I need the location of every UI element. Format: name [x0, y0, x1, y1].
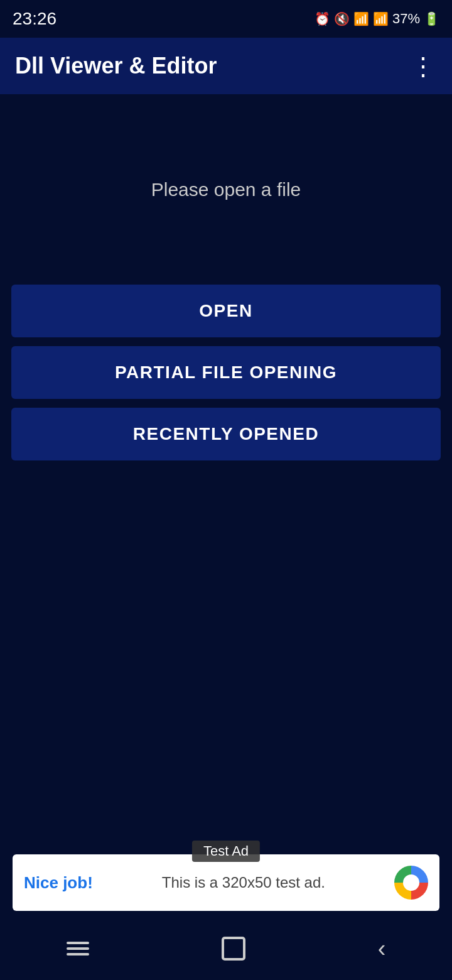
lower-empty-area [0, 473, 452, 854]
app-bar: Dll Viewer & Editor ⋮ [0, 38, 452, 94]
buttons-area: OPEN PARTIAL FILE OPENING RECENTLY OPENE… [0, 285, 452, 460]
battery-icon: 🔋 [424, 11, 439, 26]
status-bar: 23:26 ⏰ 🔇 📶 📶 37% 🔋 [0, 0, 452, 38]
open-button[interactable]: OPEN [11, 285, 441, 337]
ad-description-text: This is a 320x50 test ad. [93, 874, 394, 891]
signal-icon: 📶 [373, 11, 389, 26]
empty-area: Please open a file [0, 94, 452, 285]
nav-back-button[interactable]: ‹ [378, 935, 386, 962]
status-icons: ⏰ 🔇 📶 📶 37% 🔋 [315, 11, 439, 27]
ad-label: Test Ad [192, 841, 260, 862]
more-options-button[interactable]: ⋮ [411, 53, 437, 79]
nav-recents-button[interactable] [67, 942, 89, 956]
battery-text: 37% [392, 11, 420, 27]
recently-opened-button[interactable]: RECENTLY OPENED [11, 408, 441, 460]
wifi-icon: 📶 [353, 11, 369, 26]
nav-bar: ‹ [0, 923, 452, 980]
nav-home-button[interactable] [222, 937, 245, 961]
ad-nice-job-text: Nice job! [24, 873, 93, 893]
ad-banner: Test Ad Nice job! This is a 320x50 test … [13, 854, 439, 911]
alarm-icon: ⏰ [315, 11, 330, 26]
partial-file-opening-button[interactable]: PARTIAL FILE OPENING [11, 346, 441, 399]
app-title: Dll Viewer & Editor [15, 53, 217, 79]
ad-logo-icon [394, 866, 428, 900]
placeholder-text: Please open a file [151, 179, 301, 200]
main-content: Please open a file OPEN PARTIAL FILE OPE… [0, 94, 452, 923]
mute-icon: 🔇 [334, 11, 350, 26]
status-time: 23:26 [13, 9, 56, 29]
